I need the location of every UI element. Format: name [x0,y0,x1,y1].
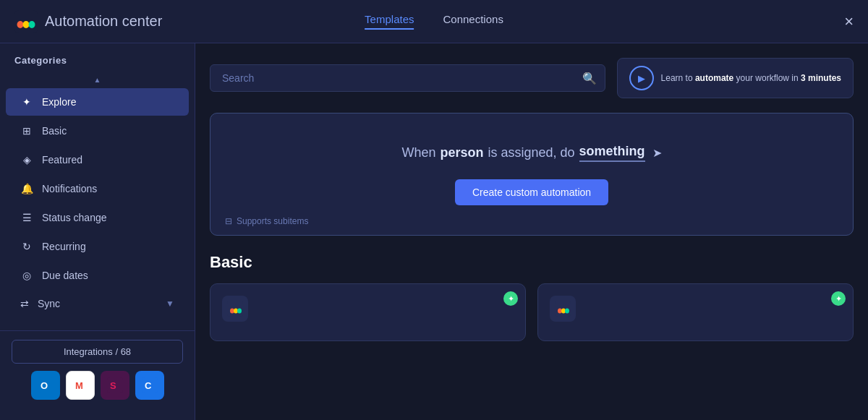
sidebar-item-explore[interactable]: ✦ Explore [6,88,189,116]
automation-sentence: When person is assigned, do something ➤ [401,144,661,162]
header-tabs: Templates Connections [365,13,503,30]
notifications-icon: 🔔 [20,182,33,195]
main-layout: Categories ▲ ✦ Explore ⊞ Basic ◈ Feature… [0,43,868,420]
sidebar-bottom: Integrations / 68 O M S C [0,330,195,408]
sentence-person: person [440,145,483,160]
sentence-something-group: something [579,144,645,162]
create-custom-automation-button[interactable]: Create custom automation [455,179,608,205]
explore-icon: ✦ [20,95,33,108]
sidebar: Categories ▲ ✦ Explore ⊞ Basic ◈ Feature… [0,43,195,420]
svg-point-3 [29,21,35,28]
integration-icons-row: O M S C [12,371,183,400]
sidebar-scroll: ✦ Explore ⊞ Basic ◈ Featured 🔔 Notificat… [0,87,195,330]
app-header: Automation center Templates Connections … [0,0,868,43]
subitems-icon: ⊟ [225,216,232,226]
sidebar-item-status-change-label: Status change [42,212,107,223]
search-icon[interactable]: 🔍 [582,72,597,85]
app-name-bold: Automation [45,13,118,29]
svg-point-15 [237,309,242,314]
sidebar-item-explore-label: Explore [42,96,76,108]
gmail-icon[interactable]: M [66,371,95,400]
sidebar-item-basic-label: Basic [42,125,67,137]
sidebar-item-featured[interactable]: ◈ Featured [6,146,189,173]
automation-cards-row: ✦ ✦ [210,283,854,341]
svg-text:O: O [41,380,48,391]
app-logo [14,10,38,33]
video-promo-text: Learn to automate your workflow in 3 min… [661,72,841,85]
sidebar-item-recurring-label: Recurring [42,241,86,252]
calendar-icon[interactable]: C [135,371,164,400]
scroll-top-indicator: ▲ [0,73,195,87]
custom-automation-card: When person is assigned, do something ➤ … [210,113,854,236]
status-change-icon: ☰ [20,211,33,224]
sentence-something: something [579,144,645,162]
svg-point-19 [565,309,569,314]
sidebar-item-status-change[interactable]: ☰ Status change [6,204,189,231]
sidebar-item-basic[interactable]: ⊞ Basic [6,117,189,145]
categories-label: Categories [0,55,195,73]
svg-text:S: S [110,380,116,391]
svg-point-2 [23,21,30,28]
sidebar-item-sync-label: Sync [38,298,60,309]
supports-subitems: ⊟ Supports subitems [225,216,308,226]
svg-text:M: M [75,380,83,391]
search-input[interactable] [210,64,605,92]
tab-connections[interactable]: Connections [443,13,503,30]
featured-icon: ◈ [20,153,33,166]
integrations-button[interactable]: Integrations / 68 [12,340,183,364]
slack-icon[interactable]: S [101,371,129,400]
automation-card-2[interactable]: ✦ [537,283,854,341]
sidebar-item-notifications[interactable]: 🔔 Notifications [6,175,189,202]
video-promo-card[interactable]: ▶ Learn to automate your workflow in 3 m… [617,58,854,98]
basic-section-heading: Basic [210,253,854,272]
logo-area: Automation center [14,10,162,33]
sync-chevron-icon: ▼ [166,299,174,309]
svg-point-1 [17,21,24,28]
card-logo-2 [550,296,576,322]
close-button[interactable]: × [844,14,854,30]
outlook-icon[interactable]: O [31,371,60,400]
tab-templates[interactable]: Templates [365,13,414,30]
sidebar-item-due-dates[interactable]: ◎ Due dates [6,262,189,289]
play-icon: ▶ [638,73,645,84]
sidebar-item-sync[interactable]: ⇄ Sync ▼ [6,291,189,317]
sidebar-item-notifications-label: Notifications [42,183,97,194]
app-title: Automation center [45,13,162,30]
top-row: 🔍 ▶ Learn to automate your workflow in 3… [210,58,854,98]
content-area: 🔍 ▶ Learn to automate your workflow in 3… [195,43,868,420]
video-play-button[interactable]: ▶ [629,66,654,90]
search-container: 🔍 [210,64,605,92]
svg-text:C: C [145,380,152,391]
basic-icon: ⊞ [20,124,33,137]
app-subtitle: center [118,13,162,29]
sidebar-item-featured-label: Featured [42,154,82,166]
automation-card-1[interactable]: ✦ [210,283,526,341]
sentence-mid: is assigned, do [488,145,574,160]
card-badge-2: ✦ [831,291,846,306]
sync-left: ⇄ Sync [20,298,60,309]
supports-subitems-label: Supports subitems [237,216,308,226]
sidebar-item-recurring[interactable]: ↻ Recurring [6,233,189,260]
sync-icon: ⇄ [20,298,29,309]
card-badge-1: ✦ [503,291,518,306]
due-dates-icon: ◎ [20,269,33,282]
recurring-icon: ↻ [20,240,33,253]
sentence-when: When [401,145,435,160]
sidebar-item-due-dates-label: Due dates [42,270,88,281]
send-arrow-icon: ➤ [652,146,662,160]
card-logo-1 [222,296,248,322]
